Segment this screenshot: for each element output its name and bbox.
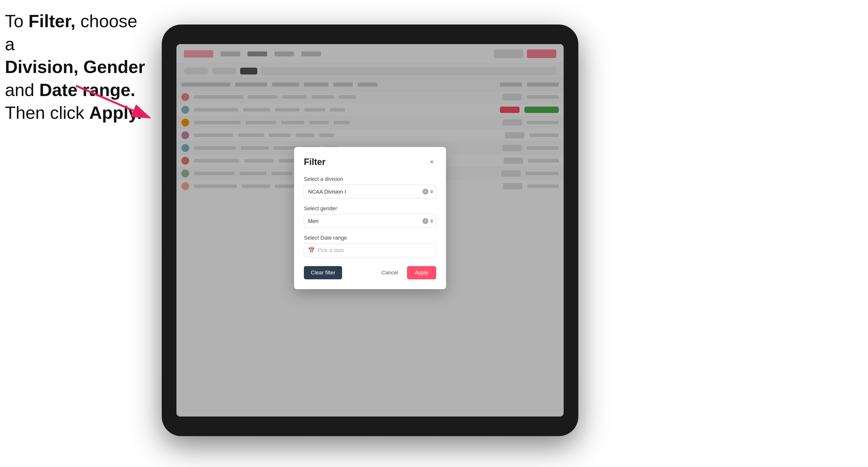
instruction-line1: To Filter, choose a	[5, 11, 137, 54]
division-label: Select a division	[304, 176, 436, 182]
clear-filter-button[interactable]: Clear filter	[304, 266, 342, 279]
cancel-button[interactable]: Cancel	[376, 266, 403, 279]
modal-title: Filter	[304, 157, 326, 167]
modal-footer: Clear filter Cancel Apply	[304, 266, 436, 279]
filter-modal: Filter × Select a division NCAA Division…	[294, 147, 446, 289]
division-arrow-down	[430, 192, 433, 193]
date-label: Select Date range	[304, 235, 436, 241]
tablet-screen: Filter × Select a division NCAA Division…	[177, 44, 564, 416]
modal-overlay: Filter × Select a division NCAA Division…	[177, 44, 564, 416]
gender-arrows	[430, 219, 433, 223]
instruction-text: To Filter, choose a Division, Gender and…	[5, 10, 152, 124]
gender-select-wrapper: Men Women ×	[304, 214, 436, 228]
division-arrow-up	[430, 190, 433, 191]
gender-form-group: Select gender Men Women ×	[304, 205, 436, 228]
gender-clear-button[interactable]: ×	[423, 218, 428, 224]
division-arrows	[430, 190, 433, 193]
instruction-line3: and Date range.	[5, 80, 135, 100]
modal-header: Filter ×	[304, 157, 436, 167]
gender-arrow-up	[430, 219, 433, 221]
instruction-line4: Then click Apply.	[5, 103, 142, 123]
gender-arrow-down	[430, 221, 433, 223]
gender-select-controls: ×	[423, 218, 433, 224]
modal-footer-right: Cancel Apply	[376, 266, 436, 279]
date-form-group: Select Date range 📅 Pick a date	[304, 235, 436, 257]
tablet-frame: Filter × Select a division NCAA Division…	[162, 25, 578, 436]
modal-close-button[interactable]: ×	[427, 158, 436, 166]
calendar-icon: 📅	[308, 247, 315, 254]
gender-select[interactable]: Men Women	[304, 214, 436, 228]
instruction-bold2: Division, Gender	[5, 57, 145, 77]
division-select-controls: ×	[423, 189, 433, 194]
division-form-group: Select a division NCAA Division I NCAA D…	[304, 176, 436, 198]
division-select[interactable]: NCAA Division I NCAA Division II NCAA Di…	[304, 185, 436, 198]
date-input-wrapper[interactable]: 📅 Pick a date	[304, 244, 436, 257]
apply-button[interactable]: Apply	[407, 266, 436, 279]
gender-label: Select gender	[304, 205, 436, 212]
division-clear-button[interactable]: ×	[423, 189, 428, 194]
date-placeholder: Pick a date	[318, 247, 344, 254]
division-select-wrapper: NCAA Division I NCAA Division II NCAA Di…	[304, 185, 436, 198]
